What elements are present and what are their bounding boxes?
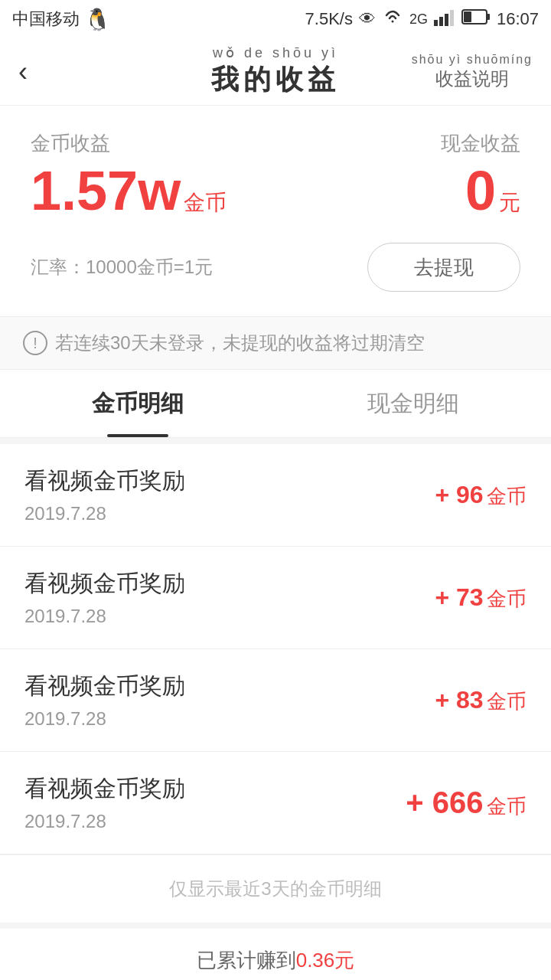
transaction-info: 看视频金币奖励 2019.7.28	[24, 773, 185, 832]
earnings-info-button[interactable]: shōu yì shuōmíng 收益说明	[412, 53, 533, 91]
coin-earnings: 金币收益 1.57w 金币	[31, 130, 276, 218]
transaction-date: 2019.7.28	[24, 708, 185, 730]
transaction-title: 看视频金币奖励	[24, 773, 185, 805]
transaction-amount: + 96 金币	[435, 481, 527, 510]
carrier-text: 中国移动	[12, 8, 80, 31]
transaction-title: 看视频金币奖励	[24, 671, 185, 702]
qq-icon: 🐧	[84, 7, 111, 32]
svg-rect-1	[439, 17, 443, 26]
nav-right-pinyin: shōu yì shuōmíng	[412, 53, 533, 67]
status-right: 7.5K/s 👁 2G 16:07	[305, 8, 539, 31]
warning-banner: ! 若连续30天未登录，未提现的收益将过期清空	[0, 316, 551, 370]
transaction-info: 看视频金币奖励 2019.7.28	[24, 671, 185, 730]
network-speed: 7.5K/s	[305, 9, 353, 29]
svg-rect-6	[464, 11, 471, 22]
transaction-amount: + 73 金币	[435, 583, 527, 612]
coin-label: 金币收益	[31, 130, 276, 157]
nav-title-pinyin: wǒ de shōu yì	[211, 44, 340, 61]
footer-note: 仅显示最近3天的金币明细	[0, 854, 551, 923]
tab-coin-detail[interactable]: 金币明细	[0, 370, 276, 437]
tabs-container: 金币明细 现金明细	[0, 370, 551, 438]
cash-amount: 0	[465, 163, 496, 218]
warning-icon: !	[23, 331, 47, 355]
status-left: 中国移动 🐧	[12, 7, 111, 32]
time: 16:07	[497, 9, 539, 29]
earnings-row: 金币收益 1.57w 金币 现金收益 0 元	[31, 130, 520, 218]
cash-unit: 元	[499, 188, 520, 217]
cash-label: 现金收益	[441, 130, 520, 157]
nav-right-chinese: 收益说明	[412, 67, 533, 91]
signal-icon	[434, 8, 455, 31]
transaction-list: 看视频金币奖励 2019.7.28 + 96 金币 看视频金币奖励 2019.7…	[0, 444, 551, 854]
svg-rect-3	[450, 10, 454, 26]
coin-amount: 1.57w	[31, 163, 181, 218]
total-prefix: 已累计赚到	[197, 949, 296, 972]
coin-unit: 金币	[184, 188, 227, 217]
transaction-item: 看视频金币奖励 2019.7.28 + 83 金币	[0, 649, 551, 752]
transaction-date: 2019.7.28	[24, 606, 185, 627]
transaction-item: 看视频金币奖励 2019.7.28 + 666 金币	[0, 752, 551, 854]
svg-rect-5	[487, 14, 490, 20]
nav-title: wǒ de shōu yì 我的收益	[211, 44, 340, 99]
eye-icon: 👁	[359, 9, 376, 29]
nav-title-chinese: 我的收益	[211, 61, 340, 99]
transaction-date: 2019.7.28	[24, 503, 185, 524]
transaction-amount: + 666 金币	[406, 786, 527, 820]
exchange-rate: 汇率：10000金币=1元	[31, 255, 213, 279]
svg-rect-2	[445, 14, 448, 26]
wifi-icon	[382, 8, 403, 31]
transaction-amount: + 83 金币	[435, 686, 527, 715]
transaction-title: 看视频金币奖励	[24, 466, 185, 497]
transaction-date: 2019.7.28	[24, 811, 185, 832]
back-button[interactable]: ‹	[18, 56, 28, 88]
warning-text: 若连续30天未登录，未提现的收益将过期清空	[55, 331, 425, 355]
cash-earnings: 现金收益 0 元	[276, 130, 520, 218]
transaction-item: 看视频金币奖励 2019.7.28 + 73 金币	[0, 547, 551, 649]
svg-rect-0	[434, 20, 438, 26]
nav-bar: ‹ wǒ de shōu yì 我的收益 shōu yì shuōmíng 收益…	[0, 38, 551, 106]
withdraw-button[interactable]: 去提现	[367, 243, 520, 292]
status-bar: 中国移动 🐧 7.5K/s 👁 2G	[0, 0, 551, 38]
battery-icon	[461, 8, 491, 30]
transaction-item: 看视频金币奖励 2019.7.28 + 96 金币	[0, 444, 551, 547]
transaction-info: 看视频金币奖励 2019.7.28	[24, 466, 185, 524]
tab-cash-detail[interactable]: 现金明细	[276, 370, 551, 437]
bottom-total: 已累计赚到0.36元	[0, 923, 551, 980]
total-value: 0.36元	[296, 949, 355, 972]
transaction-info: 看视频金币奖励 2019.7.28	[24, 568, 185, 627]
coin-value-row: 1.57w 金币	[31, 163, 276, 218]
cash-value-row: 0 元	[465, 163, 520, 218]
earnings-section: 金币收益 1.57w 金币 现金收益 0 元 汇率：10000金币=1元 去提现	[0, 106, 551, 316]
transaction-title: 看视频金币奖励	[24, 568, 185, 599]
network-2g: 2G	[409, 11, 428, 28]
